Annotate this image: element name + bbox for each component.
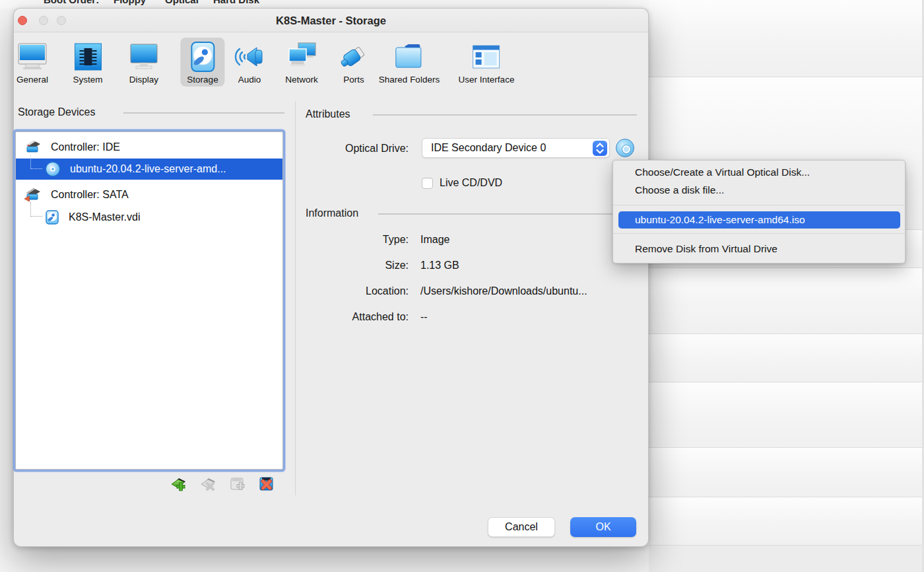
- info-type-value: Image: [420, 234, 449, 246]
- optical-drive-selected-value: IDE Secondary Device 0: [431, 139, 546, 157]
- menu-item-ubuntu-iso[interactable]: ubuntu-20.04.2-live-server-amd64.iso: [618, 211, 900, 229]
- tree-item-ubuntu-iso[interactable]: ubuntu-20.04.2-live-server-amd...: [16, 159, 282, 180]
- ide-controller-icon: [24, 139, 42, 155]
- network-icon: [285, 40, 318, 73]
- tree-item-k8s-master-vdi[interactable]: K8S-Master.vdi: [16, 206, 282, 229]
- audio-icon: [233, 40, 266, 73]
- tab-label: System: [73, 75, 102, 85]
- user-interface-icon: [471, 40, 502, 73]
- tab-label: Display: [129, 75, 158, 85]
- information-header: Information: [306, 207, 358, 219]
- window-title: K8S-Master - Storage: [14, 9, 648, 32]
- ok-button[interactable]: OK: [570, 517, 636, 537]
- tree-item-label: K8S-Master.vdi: [69, 211, 140, 223]
- info-attached-label: Attached to:: [277, 311, 409, 323]
- pane-divider: [295, 101, 296, 495]
- general-icon: [16, 40, 48, 73]
- tab-general[interactable]: General: [10, 38, 55, 87]
- menu-item-choose-disk-file[interactable]: Choose a disk file...: [613, 182, 905, 199]
- hard-disk-icon: [45, 209, 59, 225]
- tab-label: Shared Folders: [379, 75, 440, 85]
- system-icon: [73, 40, 102, 73]
- bg-optical-label: Optical: [165, 0, 199, 5]
- tree-item-label: Controller: IDE: [51, 141, 120, 153]
- menu-separator: [613, 233, 905, 234]
- tree-connector: [30, 202, 42, 217]
- info-size-label: Size:: [277, 260, 409, 271]
- optical-drive-label: Optical Drive:: [278, 143, 409, 155]
- cancel-button[interactable]: Cancel: [488, 517, 555, 537]
- bg-floppy-label: Floppy: [114, 0, 146, 5]
- tree-item-label: ubuntu-20.04.2-live-server-amd...: [70, 163, 226, 175]
- live-cd-label: Live CD/DVD: [440, 177, 502, 189]
- tab-ports[interactable]: Ports: [332, 38, 376, 87]
- storage-icon: [189, 40, 216, 73]
- tab-audio[interactable]: Audio: [226, 38, 273, 87]
- bg-boot-order-label: Boot Order:: [44, 0, 99, 5]
- shared-folders-icon: [393, 40, 426, 73]
- info-type-label: Type:: [277, 234, 409, 246]
- optical-drive-select[interactable]: IDE Secondary Device 0: [422, 138, 610, 158]
- storage-devices-tree[interactable]: Controller: IDE ubuntu-20.04.2-live-serv…: [15, 131, 283, 470]
- info-size-value: 1.13 GB: [420, 260, 459, 271]
- divider: [378, 213, 637, 215]
- info-location-value: /Users/kishore/Downloads/ubuntu...: [420, 285, 587, 297]
- add-controller-button[interactable]: [170, 476, 187, 493]
- tab-label: General: [16, 75, 48, 85]
- tab-label: Storage: [187, 75, 218, 85]
- tab-label: Network: [285, 75, 318, 85]
- info-location-label: Location:: [277, 285, 409, 297]
- tab-network[interactable]: Network: [279, 38, 325, 87]
- tree-connector: [30, 155, 42, 169]
- tab-label: User Interface: [459, 75, 515, 85]
- title-bar: K8S-Master - Storage: [14, 9, 648, 32]
- tab-system[interactable]: System: [66, 38, 109, 87]
- tab-label: Audio: [238, 75, 261, 85]
- bg-hard-disk-label: Hard Disk: [213, 0, 259, 5]
- select-stepper-icon: [593, 141, 607, 156]
- display-icon: [128, 40, 160, 73]
- storage-devices-header: Storage Devices: [18, 106, 95, 118]
- menu-separator: [613, 205, 905, 205]
- tab-label: Ports: [343, 75, 364, 85]
- optical-disk-popup-menu: Choose/Create a Virtual Optical Disk... …: [612, 160, 906, 264]
- tree-item-label: Controller: SATA: [51, 189, 129, 201]
- divider: [373, 114, 637, 116]
- remove-attachment-button[interactable]: [258, 476, 275, 493]
- info-attached-value: --: [420, 311, 428, 323]
- tab-storage[interactable]: Storage: [180, 38, 224, 87]
- ports-icon: [339, 40, 369, 73]
- menu-item-remove-disk[interactable]: Remove Disk from Virtual Drive: [613, 240, 905, 258]
- choose-disk-menu-button[interactable]: [616, 139, 634, 157]
- attributes-header: Attributes: [306, 108, 350, 120]
- tab-user-interface[interactable]: User Interface: [452, 38, 521, 87]
- optical-disc-icon: [45, 161, 61, 177]
- remove-controller-button[interactable]: [199, 476, 216, 493]
- menu-item-choose-create[interactable]: Choose/Create a Virtual Optical Disk...: [613, 164, 905, 181]
- background-page: [649, 0, 924, 572]
- storage-settings-dialog: K8S-Master - Storage General: [13, 8, 649, 547]
- tree-item-controller-sata[interactable]: Controller: SATA: [16, 184, 282, 206]
- tab-display[interactable]: Display: [121, 38, 166, 87]
- sata-controller-icon: [24, 187, 42, 203]
- live-cd-checkbox[interactable]: [422, 178, 433, 189]
- tab-shared-folders[interactable]: Shared Folders: [372, 38, 446, 87]
- add-attachment-button[interactable]: [229, 476, 246, 493]
- tree-item-controller-ide[interactable]: Controller: IDE: [16, 136, 282, 159]
- divider: [123, 112, 284, 114]
